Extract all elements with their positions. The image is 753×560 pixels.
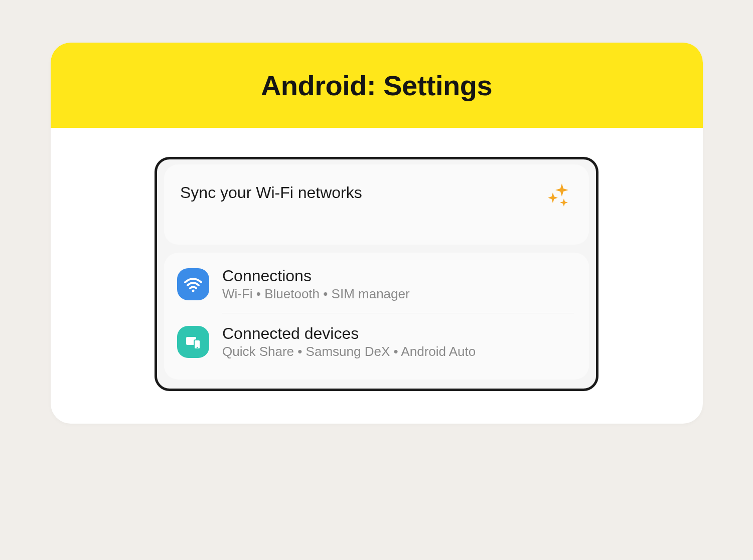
wifi-icon — [177, 268, 209, 300]
row-text: Connections Wi-Fi • Bluetooth • SIM mana… — [222, 267, 574, 302]
row-title: Connected devices — [222, 324, 574, 343]
settings-group: Connections Wi-Fi • Bluetooth • SIM mana… — [164, 253, 589, 380]
card-content: Sync your Wi-Fi networks — [51, 128, 703, 424]
promo-text: Sync your Wi-Fi networks — [180, 181, 362, 202]
card-header: Android: Settings — [51, 43, 703, 128]
phone-screenshot-frame: Sync your Wi-Fi networks — [155, 157, 598, 391]
row-subtitle: Quick Share • Samsung DeX • Android Auto — [222, 344, 574, 359]
svg-point-0 — [192, 290, 195, 292]
card-title: Android: Settings — [261, 69, 492, 102]
devices-icon — [177, 326, 209, 358]
sync-wifi-promo[interactable]: Sync your Wi-Fi networks — [164, 164, 589, 245]
settings-row-connections[interactable]: Connections Wi-Fi • Bluetooth • SIM mana… — [164, 256, 589, 313]
svg-point-3 — [197, 347, 198, 348]
row-text: Connected devices Quick Share • Samsung … — [222, 324, 574, 359]
row-subtitle: Wi-Fi • Bluetooth • SIM manager — [222, 286, 574, 302]
instruction-card: Android: Settings Sync your Wi-Fi networ… — [51, 43, 703, 424]
settings-row-connected-devices[interactable]: Connected devices Quick Share • Samsung … — [164, 313, 589, 370]
row-title: Connections — [222, 267, 574, 285]
sparkle-icon — [544, 181, 572, 210]
